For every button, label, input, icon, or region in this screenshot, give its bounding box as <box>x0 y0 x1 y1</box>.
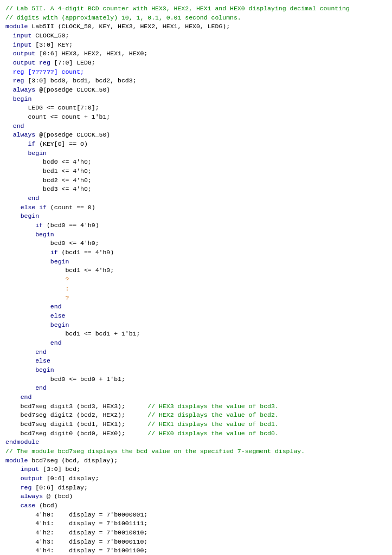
input-key: input [3:0] KEY; <box>13 41 73 48</box>
end7: end <box>21 384 47 391</box>
else2: else <box>21 357 50 364</box>
module-decl: module Lab5II (CLOCK_50, KEY, HEX3, HEX2… <box>5 23 230 30</box>
end3: end <box>13 393 32 401</box>
dots1: ? <box>35 276 69 283</box>
comment-line2: // digits with (approximately) 10, 1, 0.… <box>5 14 241 21</box>
module-bcd7seg: module bcd7seg (bcd, display); <box>5 457 118 464</box>
input-bcd: input [3:0] bcd; <box>13 466 80 473</box>
begin2: begin <box>21 150 47 157</box>
dots2: : <box>35 285 69 292</box>
ledg-assign: LEDG <= count[7:0]; <box>21 104 99 111</box>
reg-count: reg [??????] count; <box>13 68 84 75</box>
output-hex: output [0:6] HEX3, HEX2, HEX1, HEX0; <box>13 50 147 57</box>
case-4: 4'h4: display = 7'b1001100; <box>21 547 148 554</box>
bcd0-incr: bcd0 <= bcd0 + 1'b1; <box>28 376 125 383</box>
dots3: ? <box>35 294 69 301</box>
begin7: begin <box>21 366 54 373</box>
else-if-count: else if (count == 0) <box>13 204 95 211</box>
comment-line1: // Lab 5II. A 4-digit BCD counter with H… <box>5 5 350 12</box>
if-bcd0: if (bcd0 == 4'h9) <box>21 222 99 229</box>
case-3: 4'h3: display = 7'b0000110; <box>21 538 148 545</box>
end6: end <box>28 339 61 346</box>
always-posedge1: always @(posedge CLOCK_50) <box>13 86 110 93</box>
begin5: begin <box>28 258 69 265</box>
always-posedge2: always @(posedge CLOCK_50) <box>13 131 110 138</box>
bcd0-clr: bcd0 <= 4'h0; <box>28 240 99 247</box>
if-key: if (KEY[0] == 0) <box>21 140 88 147</box>
count-incr: count <= count + 1'b1; <box>21 113 111 120</box>
case-0: 4'h0: display = 7'b0000001; <box>21 511 148 518</box>
bcd0-reset: bcd0 <= 4'h0; <box>28 158 91 165</box>
bcd7seg-digit0: bcd7seg digit0 (bcd0, HEX0); // HEX0 dis… <box>13 430 279 437</box>
bcd7seg-digit1: bcd7seg digit1 (bcd1, HEX1); // HEX1 dis… <box>13 421 279 428</box>
case-2: 4'h2: display = 7'b0010010; <box>21 529 148 536</box>
bcd1-incr: bcd1 <= bcd1 + 1'b1; <box>35 330 140 337</box>
reg-bcd: reg [3:0] bcd0, bcd1, bcd2, bcd3; <box>13 77 137 84</box>
bcd3-reset: bcd3 <= 4'h0; <box>28 185 91 192</box>
bcd1-clr: bcd1 <= 4'h0; <box>35 267 114 274</box>
begin6: begin <box>28 321 69 328</box>
begin1: begin <box>13 95 32 102</box>
end1: end <box>13 122 24 130</box>
code-editor: // Lab 5II. A 4-digit BCD counter with H… <box>5 4 387 555</box>
input-clock: input CLOCK_50; <box>13 32 69 39</box>
output-display: output [0:6] display; <box>13 475 99 482</box>
bcd7seg-digit2: bcd7seg digit2 (bcd2, HEX2); // HEX2 dis… <box>13 411 279 418</box>
output-ledg: output reg [7:0] LEDG; <box>13 59 95 66</box>
begin3: begin <box>13 212 39 220</box>
bcd2-reset: bcd2 <= 4'h0; <box>28 177 91 184</box>
endmodule1: endmodule <box>5 438 39 446</box>
bcd1-reset: bcd1 <= 4'h0; <box>28 167 91 175</box>
if-bcd1: if (bcd1 == 4'h9) <box>28 249 114 256</box>
reg-display: reg [0:6] display; <box>13 484 88 491</box>
case-1: 4'h1: display = 7'b1001111; <box>21 520 148 527</box>
bcd7seg-digit3: bcd7seg digit3 (bcd3, HEX3); // HEX3 dis… <box>13 403 279 410</box>
else1: else <box>28 312 65 319</box>
end5: end <box>28 303 61 310</box>
end2: end <box>21 195 40 202</box>
comment-bcd7seg: // The module bcd7seg displays the bcd v… <box>5 448 305 455</box>
always-bcd: always @ (bcd) <box>13 493 73 500</box>
end4: end <box>21 349 47 356</box>
case-bcd: case (bcd) <box>13 502 58 509</box>
begin4: begin <box>21 231 54 238</box>
